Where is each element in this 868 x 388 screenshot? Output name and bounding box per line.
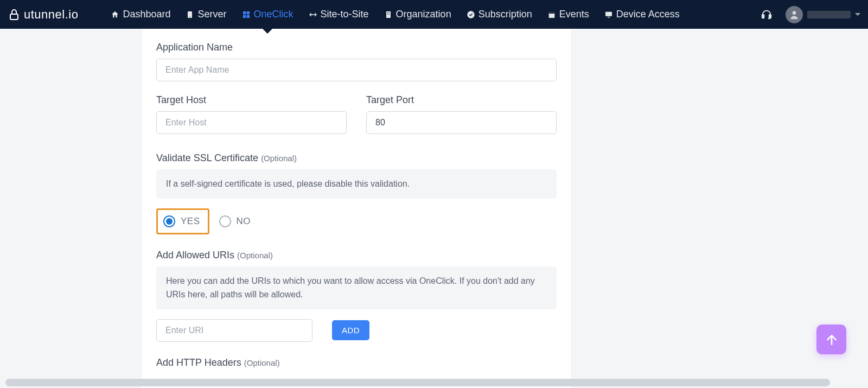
monitor-icon [604, 10, 613, 19]
ssl-radio-group: YES NO [156, 208, 557, 234]
ssl-yes-label: YES [181, 216, 200, 227]
validate-ssl-optional: (Optional) [261, 154, 297, 163]
target-host-input[interactable] [156, 111, 347, 134]
nav-deviceaccess[interactable]: Device Access [604, 1, 680, 28]
svg-rect-5 [243, 15, 246, 17]
svg-rect-17 [762, 15, 764, 18]
calendar-icon [547, 10, 556, 19]
brand-text: utunnel.io [24, 8, 78, 22]
field-allowed-uris: Add Allowed URIs (Optional) Here you can… [156, 250, 557, 342]
lock-icon [8, 8, 21, 21]
http-headers-optional: (Optional) [244, 358, 280, 367]
svg-point-2 [190, 16, 190, 17]
nav-events-label: Events [559, 9, 589, 20]
ssl-no-label: NO [237, 216, 251, 227]
svg-rect-9 [388, 12, 389, 13]
application-name-input[interactable] [156, 59, 557, 81]
field-validate-ssl: Validate SSL Certificate (Optional) If a… [156, 152, 557, 234]
uris-info-box: Here you can add the URIs to which you w… [156, 266, 557, 309]
nav-items: Dashboard Server OneClick Site-to-Site O… [111, 1, 761, 28]
svg-rect-16 [608, 17, 610, 17]
application-name-label: Application Name [156, 42, 557, 53]
nav-sitetosite[interactable]: Site-to-Site [309, 1, 369, 28]
field-http-headers: Add HTTP Headers (Optional) [156, 357, 557, 368]
target-port-input[interactable] [366, 111, 557, 134]
nav-organization[interactable]: Organization [384, 1, 451, 28]
uri-input-row: ADD [156, 319, 557, 342]
nav-right [761, 6, 860, 23]
allowed-uris-optional: (Optional) [237, 251, 273, 260]
svg-rect-10 [387, 14, 388, 14]
user-menu[interactable] [786, 6, 860, 23]
validate-ssl-label-text: Validate SSL Certificate [156, 152, 258, 163]
nav-subscription[interactable]: Subscription [467, 1, 532, 28]
radio-circle-icon [163, 215, 175, 227]
allowed-uris-label: Add Allowed URIs (Optional) [156, 250, 557, 261]
nav-oneclick-label: OneClick [254, 9, 293, 20]
ssl-radio-yes[interactable]: YES [156, 208, 209, 234]
validate-ssl-label: Validate SSL Certificate (Optional) [156, 152, 557, 164]
nav-events[interactable]: Events [547, 1, 589, 28]
svg-point-19 [793, 11, 796, 15]
target-port-label: Target Port [366, 94, 557, 106]
content-wrapper: Application Name Target Host Target Port… [0, 29, 868, 388]
nav-server[interactable]: Server [186, 1, 226, 28]
target-host-label: Target Host [156, 94, 347, 106]
svg-point-12 [467, 11, 474, 18]
svg-rect-8 [387, 12, 388, 13]
nav-dashboard-label: Dashboard [123, 9, 170, 20]
svg-rect-3 [243, 11, 246, 14]
nav-server-label: Server [197, 9, 226, 20]
grid-icon [242, 10, 251, 19]
nav-oneclick[interactable]: OneClick [242, 1, 293, 28]
svg-rect-7 [386, 11, 391, 18]
radio-circle-icon [219, 215, 231, 227]
svg-rect-0 [10, 14, 18, 20]
home-icon [111, 10, 119, 19]
headset-icon[interactable] [761, 9, 773, 21]
chevron-down-icon [855, 13, 860, 16]
uri-input[interactable] [156, 319, 312, 342]
http-headers-label: Add HTTP Headers (Optional) [156, 357, 557, 368]
building-icon [384, 10, 393, 19]
add-uri-button[interactable]: ADD [332, 320, 369, 340]
field-application-name: Application Name [156, 42, 557, 81]
http-headers-label-text: Add HTTP Headers [156, 357, 241, 368]
scroll-to-top-button[interactable] [816, 325, 846, 354]
field-target-port: Target Port [366, 94, 557, 134]
top-navbar: utunnel.io Dashboard Server OneClick Sit… [0, 0, 868, 29]
avatar [786, 6, 803, 23]
nav-subscription-label: Subscription [478, 9, 532, 20]
nav-dashboard[interactable]: Dashboard [111, 1, 170, 28]
svg-rect-15 [605, 11, 612, 16]
nav-deviceaccess-label: Device Access [616, 9, 680, 20]
transfer-icon [309, 10, 317, 19]
field-target-host: Target Host [156, 94, 347, 134]
server-icon [186, 10, 194, 19]
horizontal-scrollbar[interactable] [5, 379, 830, 386]
arrow-up-icon [825, 333, 839, 347]
svg-rect-4 [246, 11, 249, 14]
ssl-info-box: If a self-signed certificate is used, pl… [156, 169, 557, 199]
nav-organization-label: Organization [396, 9, 451, 20]
allowed-uris-label-text: Add Allowed URIs [156, 250, 234, 260]
ssl-radio-no[interactable]: NO [219, 215, 251, 227]
user-name [807, 11, 851, 18]
brand-logo[interactable]: utunnel.io [8, 8, 78, 22]
svg-rect-11 [388, 14, 389, 14]
svg-rect-14 [548, 12, 554, 14]
form-card: Application Name Target Host Target Port… [142, 29, 571, 388]
svg-rect-6 [246, 15, 249, 17]
target-row: Target Host Target Port [156, 94, 557, 147]
svg-rect-18 [769, 15, 771, 18]
nav-sitetosite-label: Site-to-Site [321, 9, 369, 20]
check-circle-icon [467, 10, 475, 19]
